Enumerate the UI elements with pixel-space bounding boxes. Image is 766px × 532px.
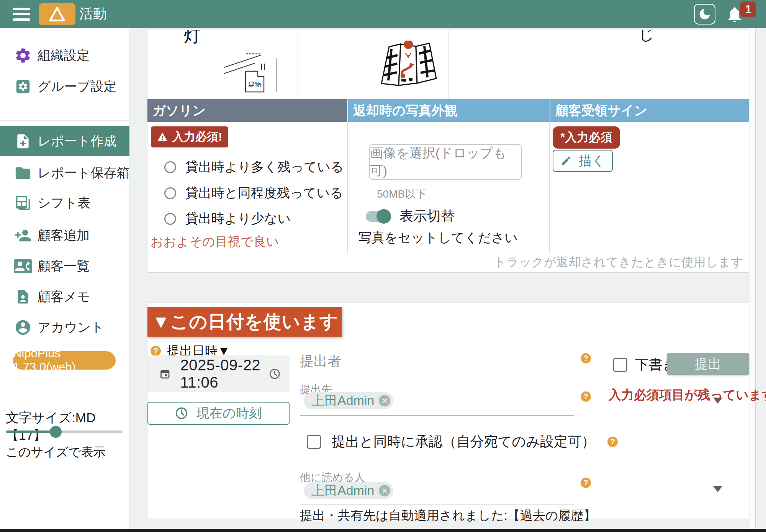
sidebar-item-report-box[interactable]: レポート保存箱 <box>0 161 129 185</box>
help-icon[interactable]: ? <box>607 437 618 447</box>
auto-applied-note: 提出・共有先は自動適用されました:【過去の履歴】 <box>300 507 596 524</box>
gasoline-hint: おおよその目視で良い <box>151 233 279 250</box>
warning-icon <box>157 132 168 142</box>
submit-button[interactable]: 提出 <box>667 353 749 375</box>
help-icon[interactable]: ? <box>581 391 591 402</box>
required-badge: *入力必須 <box>553 126 620 149</box>
section-title-customer-sign: 顧客受領サイン <box>550 99 749 122</box>
gear-box-icon <box>14 77 32 96</box>
chevron-down-icon[interactable] <box>713 486 722 492</box>
sidebar-item-label: レポート作成 <box>38 133 116 150</box>
datetime-field[interactable]: 2025-09-22 11:06 <box>147 355 290 392</box>
draft-checkbox[interactable] <box>613 358 627 372</box>
dark-mode-toggle[interactable] <box>694 4 715 25</box>
sidebar-item-customer-list[interactable]: 顧客一覧 <box>0 254 129 278</box>
display-toggle-row: 表示切替 <box>366 207 455 226</box>
moon-icon <box>698 7 712 21</box>
draw-button[interactable]: 描く <box>553 150 613 172</box>
clock-icon[interactable] <box>269 366 280 382</box>
customer-sign-section: *入力必須 描く <box>550 122 749 253</box>
sidebar-item-account[interactable]: アカウント <box>0 315 129 340</box>
sidebar-item-customer-add[interactable]: 顧客追加 <box>0 223 129 248</box>
gasoline-section: 入力必須! 貸出時より多く残っている 貸出時と同程度残っている 貸出時より少ない <box>147 122 348 253</box>
clock-icon <box>175 407 188 420</box>
report-form-card: 灯 建物 <box>147 30 749 273</box>
table-icon <box>14 194 32 212</box>
report-footnote: トラックが返却されてきたときに使用します <box>147 253 749 272</box>
radio-option-more[interactable]: 貸出時より多く残っている <box>164 158 344 176</box>
radio-option-less[interactable]: 貸出時より少ない <box>164 210 291 228</box>
clipped-text: 灯 <box>184 30 201 47</box>
section-title-gasoline: ガソリン <box>147 99 347 122</box>
submit-fields-column: 提出者 提出先 上田Admin ✕ 提出と同時に承認（自分宛てのみ設定可） ? … <box>300 303 574 519</box>
approve-row: 提出と同時に承認（自分宛てのみ設定可） ? <box>307 432 618 451</box>
chip-label: 上田Admin <box>311 482 374 499</box>
section-headers: ガソリン 返却時の写真外観 顧客受領サイン <box>147 99 749 122</box>
section-title-return-photo: 返却時の写真外観 <box>348 99 550 122</box>
image-select-dropzone[interactable]: 画像を選択(ドロップも可) <box>369 144 522 180</box>
chip-label: 上田Admin <box>311 392 374 409</box>
radio-icon[interactable] <box>164 161 176 173</box>
sidebar-item-shift-table[interactable]: シフト表 <box>0 191 129 215</box>
radio-option-same[interactable]: 貸出時と同程度残っている <box>164 184 343 202</box>
empty-image-cell <box>448 30 600 99</box>
contact-card-icon <box>14 257 32 275</box>
triangle-logo-icon <box>49 7 65 22</box>
account-circle-icon <box>14 318 32 337</box>
toggle-knob[interactable] <box>376 209 391 224</box>
destination-select[interactable] <box>300 415 574 416</box>
chip-remove-icon[interactable]: ✕ <box>379 395 390 406</box>
photo-set-hint: 写真をセットしてください <box>358 229 518 247</box>
radio-icon[interactable] <box>164 187 176 199</box>
current-time-button[interactable]: 現在の時刻 <box>147 402 290 425</box>
main-content: 灯 建物 <box>129 28 766 529</box>
current-time-label: 現在の時刻 <box>196 404 262 422</box>
notifications-button[interactable]: 1 <box>725 0 751 28</box>
chip-remove-icon[interactable]: ✕ <box>379 485 390 496</box>
sidebar-item-label: レポート保存箱 <box>38 164 129 182</box>
submit-card: ▼この日付を使います ? 提出日時▼ 2025-09-22 11:06 <box>147 303 749 519</box>
sidebar-item-label: グループ設定 <box>38 78 116 95</box>
submitter-label: 提出者 <box>300 352 341 371</box>
destination-chip[interactable]: 上田Admin ✕ <box>304 392 393 409</box>
readers-chip[interactable]: 上田Admin ✕ <box>304 482 393 499</box>
sidebar-item-label: 顧客一覧 <box>38 257 90 275</box>
sidebar-item-report-create[interactable]: レポート作成 <box>0 126 129 156</box>
return-photo-section: 画像を選択(ドロップも可) 50MB以下 表示切替 写真をセットしてください <box>348 122 550 253</box>
sidebar-divider <box>0 120 129 121</box>
sidebar-item-label: 顧客メモ <box>38 288 90 306</box>
help-icon[interactable]: ? <box>581 353 591 363</box>
display-toggle-switch[interactable] <box>366 211 390 222</box>
report-image-row: 灯 建物 <box>147 30 749 99</box>
app-screen: 活動 1 組織設定 <box>0 0 766 532</box>
hamburger-menu-icon[interactable] <box>13 8 30 21</box>
readers-select[interactable] <box>300 504 574 504</box>
sidebar-item-group-settings[interactable]: グループ設定 <box>0 74 129 99</box>
sidebar-item-customer-memo[interactable]: 顧客メモ <box>0 285 129 309</box>
help-icon[interactable]: ? <box>581 478 591 488</box>
sketch-image-cell: 灯 建物 <box>147 30 298 99</box>
approve-checkbox[interactable] <box>307 435 321 449</box>
sidebar-item-label: シフト表 <box>38 194 90 212</box>
version-badge[interactable]: NipoPlus 1.73.0(web) <box>13 351 116 370</box>
app-logo[interactable] <box>39 3 75 25</box>
clipped-image-cell: じ <box>600 30 749 99</box>
help-icon[interactable]: ? <box>151 346 161 356</box>
bottom-bar <box>0 529 766 532</box>
required-warning-label: 入力必須! <box>172 129 222 145</box>
sidebar-item-org-settings[interactable]: 組織設定 <box>0 43 129 68</box>
radio-icon[interactable] <box>164 213 176 225</box>
building-label: 建物 <box>248 81 261 88</box>
person-add-icon <box>14 226 32 245</box>
draw-button-label: 描く <box>579 152 605 170</box>
building-sketch-image: 建物 <box>223 51 282 93</box>
sidebar-item-label: 顧客追加 <box>38 227 90 244</box>
datetime-value[interactable]: 2025-09-22 11:06 <box>180 357 268 391</box>
font-size-slider[interactable] <box>6 427 123 437</box>
submitter-select[interactable] <box>300 376 574 376</box>
calendar-icon[interactable] <box>160 367 170 381</box>
map-image <box>379 41 437 95</box>
vertical-scrollbar[interactable] <box>750 28 756 529</box>
gear-icon <box>14 46 32 65</box>
slider-thumb[interactable] <box>50 426 62 438</box>
